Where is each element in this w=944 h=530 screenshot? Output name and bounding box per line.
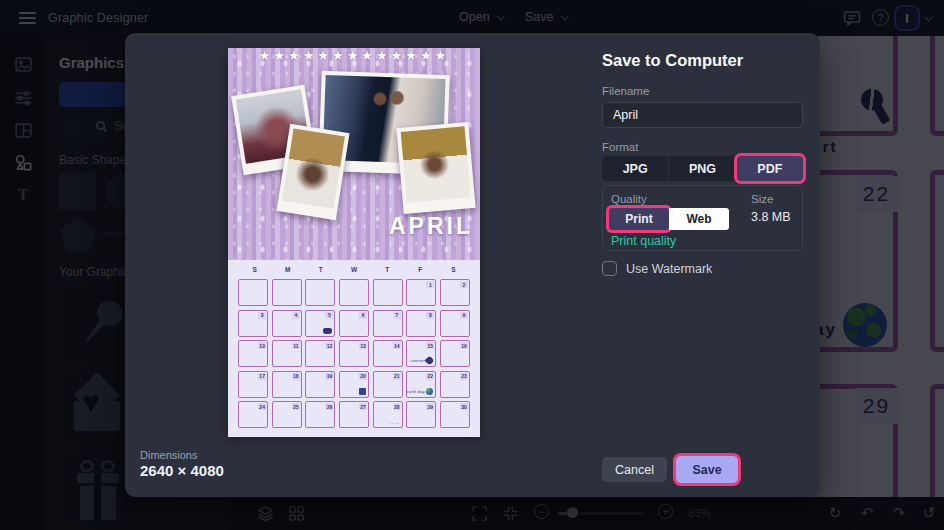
masks-icon [323, 328, 332, 334]
save-button[interactable]: Save [676, 456, 738, 483]
calendar-cell: 1 [406, 279, 436, 306]
calendar-cell: 13 [339, 340, 369, 367]
month-title: APRIL [389, 213, 473, 240]
format-label: Format [602, 141, 638, 153]
format-pdf-button[interactable]: PDF [737, 156, 803, 181]
day-number: 4 [292, 312, 300, 319]
calendar-cell [373, 279, 403, 306]
calendar-cell: 7 [373, 310, 403, 337]
quality-box: Quality Print Web Size 3.8 MB Print qual… [602, 185, 803, 251]
calendar-cell [339, 279, 369, 306]
day-number: 5 [325, 312, 333, 319]
day-number: 26 [325, 403, 333, 410]
filename-input[interactable] [602, 102, 803, 128]
calendar-cell: 29 [406, 401, 436, 428]
day-number: 28 [393, 403, 401, 410]
calendar-cell: 8 [406, 310, 436, 337]
design-preview: ★★★★★★★★★★★★★ APRIL SMTWTFS 123456789101… [228, 48, 480, 437]
calendar-cell: 4 [272, 310, 302, 337]
day-number: 14 [393, 342, 401, 349]
filename-label: Filename [602, 85, 649, 97]
day-header-label: T [304, 266, 337, 273]
day-number: 27 [359, 403, 367, 410]
calendar-cell: 24 [238, 401, 268, 428]
day-number: 1 [426, 281, 434, 288]
quality-web-button[interactable]: Web [669, 208, 729, 230]
calendar-cell: 12 [305, 340, 335, 367]
day-header-row: SMTWTFS [238, 266, 470, 273]
calendar-cell: 11 [272, 340, 302, 367]
day-number: 17 [258, 373, 266, 380]
day-number: 7 [393, 312, 401, 319]
event-label: … … [390, 420, 400, 425]
calendar-cell: 27 [339, 401, 369, 428]
day-number: 11 [292, 342, 300, 349]
calendar-cell: 16 [440, 340, 470, 367]
format-selector: JPG PNG PDF [602, 156, 803, 181]
day-number: 3 [258, 312, 266, 319]
watermark-checkbox[interactable] [602, 261, 617, 276]
calendar-cell: 15concert [406, 340, 436, 367]
day-number: 8 [426, 312, 434, 319]
watermark-label: Use Watermark [626, 262, 712, 276]
day-number: 16 [460, 342, 468, 349]
calendar-cell: 18 [272, 371, 302, 398]
calendar-cell: 9 [440, 310, 470, 337]
calendar-cell [238, 279, 268, 306]
calendar-cell: 23 [440, 371, 470, 398]
collage-header: ★★★★★★★★★★★★★ APRIL [228, 48, 480, 260]
calendar-cell: 20 [339, 371, 369, 398]
calendar-cell: 3 [238, 310, 268, 337]
event-marker: … … [390, 420, 400, 425]
day-number: 29 [426, 403, 434, 410]
calendar-cell [305, 279, 335, 306]
earth-icon [426, 388, 433, 395]
day-number: 18 [292, 373, 300, 380]
calendar-cell: 19 [305, 371, 335, 398]
day-header-label: W [337, 266, 370, 273]
save-to-computer-modal: ★★★★★★★★★★★★★ APRIL SMTWTFS 123456789101… [125, 33, 820, 497]
day-number: 25 [292, 403, 300, 410]
calendar-cell: 2 [440, 279, 470, 306]
day-number: 24 [258, 403, 266, 410]
mic-icon [425, 356, 435, 366]
app-root: Graphic Designer Open Save ? I T [0, 0, 944, 530]
event-label: concert [410, 358, 425, 363]
day-number: 22 [426, 373, 434, 380]
size-label: Size [751, 193, 773, 205]
day-number: 20 [359, 373, 367, 380]
watermark-row[interactable]: Use Watermark [602, 261, 712, 276]
day-header-label: S [238, 266, 271, 273]
day-number: 21 [393, 373, 401, 380]
calendar-grid: 123456789101112131415concert161718192021… [238, 279, 470, 428]
calendar-cell: 26 [305, 401, 335, 428]
day-number: 10 [258, 342, 266, 349]
day-number: 6 [359, 312, 367, 319]
day-number: 30 [460, 403, 468, 410]
day-header-label: S [437, 266, 470, 273]
dimensions-value: 2640 × 4080 [140, 462, 224, 479]
calendar-cell: 6 [339, 310, 369, 337]
event-marker: concert [410, 357, 433, 364]
calendar-grid-preview: SMTWTFS 123456789101112131415concert1617… [228, 260, 480, 437]
dimensions-label: Dimensions [140, 449, 197, 461]
format-jpg-button[interactable]: JPG [602, 156, 669, 181]
polaroid-photo [276, 124, 349, 220]
day-number: 23 [460, 373, 468, 380]
calendar-cell: 25 [272, 401, 302, 428]
quality-label: Quality [611, 193, 647, 205]
print-quality-link[interactable]: Print quality [611, 234, 676, 248]
quality-print-button[interactable]: Print [609, 208, 669, 230]
modal-title: Save to Computer [602, 51, 743, 70]
event-label: earth day [406, 389, 424, 394]
format-png-button[interactable]: PNG [669, 156, 736, 181]
star-garland: ★★★★★★★★★★★★★ [228, 48, 480, 63]
calendar-cell: 22earth day [406, 371, 436, 398]
day-number: 9 [460, 312, 468, 319]
day-header-label: M [271, 266, 304, 273]
calendar-cell: 30 [440, 401, 470, 428]
day-number: 12 [325, 342, 333, 349]
gift-icon [359, 388, 366, 395]
cancel-button[interactable]: Cancel [602, 457, 667, 482]
calendar-cell: 28… … [373, 401, 403, 428]
